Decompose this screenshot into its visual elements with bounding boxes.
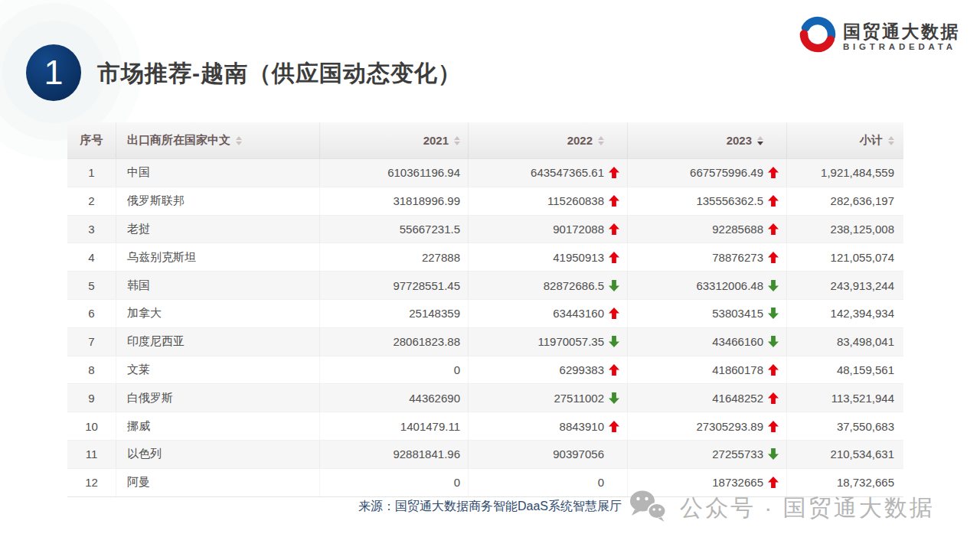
row-2023: 53803415 <box>628 300 787 327</box>
row-2022: 90397056 <box>469 441 628 468</box>
value-2021: 44362690 <box>409 392 460 405</box>
col-label: 2022 <box>567 134 593 147</box>
watermark: 公众号 · 国贸通大数据 <box>628 488 935 529</box>
row-2022: 27511002 <box>469 384 628 412</box>
row-2022: 41950913 <box>469 243 628 271</box>
table-row: 5 韩国 97728551.45 82872686.5 63312006.48 … <box>67 272 903 300</box>
value-2022: 63443160 <box>553 307 604 320</box>
value-2022: 27511002 <box>554 392 604 405</box>
value-2022: 0 <box>598 476 604 489</box>
col-header-2021[interactable]: 2021 <box>320 122 469 158</box>
value-2022: 41950913 <box>553 251 604 264</box>
trend-up-icon <box>768 477 779 488</box>
row-country: 文莱 <box>116 356 320 384</box>
supplier-table: 序号 出口商所在国家中文 2021 2022 2023 小计 <box>67 122 903 497</box>
table-row: 6 加拿大 25148359 63443160 53803415 142,394… <box>67 300 903 328</box>
value-2023: 135556362.5 <box>696 194 763 207</box>
value-2022: 90172088 <box>553 223 604 236</box>
trend-slot-2022 <box>604 336 624 347</box>
col-header-subtotal[interactable]: 小计 <box>787 122 903 158</box>
value-2021: 0 <box>454 476 460 489</box>
value-2023: 63312006.48 <box>696 279 763 292</box>
row-subtotal: 243,913,244 <box>787 272 903 299</box>
row-2023: 78876273 <box>628 243 787 271</box>
row-2022: 82872686.5 <box>469 272 628 299</box>
slide-number-badge: 1 <box>26 44 81 101</box>
trend-slot-2022 <box>604 308 624 319</box>
value-2021: 25148359 <box>409 307 460 320</box>
value-2021: 28061823.88 <box>393 335 460 348</box>
trend-slot-2023 <box>763 364 783 376</box>
trend-up-icon <box>609 364 619 376</box>
logo-subtitle: BIGTRADEDATA <box>843 42 960 51</box>
trend-down-icon <box>609 280 619 291</box>
trend-slot-2023 <box>763 392 783 404</box>
col-label: 2021 <box>423 134 449 147</box>
trend-slot-2023 <box>763 308 783 319</box>
row-2022: 11970057.35 <box>469 328 628 356</box>
sort-icon[interactable] <box>598 136 604 145</box>
slide-page: 1 市场推荐-越南（供应国动态变化） 国贸通大数据 BIGTRADEDATA 序… <box>0 0 980 550</box>
row-2023: 41860178 <box>628 356 787 384</box>
trend-up-icon <box>768 364 779 376</box>
table-body: 1 中国 610361196.94 643547365.61 667575996… <box>67 159 903 497</box>
row-subtotal: 83,498,041 <box>787 328 903 356</box>
row-2021: 55667231.5 <box>320 216 469 243</box>
trend-down-icon <box>768 308 779 319</box>
col-header-2023[interactable]: 2023 <box>628 122 787 158</box>
logo-name: 国贸通大数据 <box>843 21 960 41</box>
table-row: 4 乌兹别克斯坦 227888 41950913 78876273 121,05… <box>67 243 903 272</box>
col-header-country[interactable]: 出口商所在国家中文 <box>116 122 320 158</box>
value-2023: 53803415 <box>712 307 763 320</box>
value-2022: 82872686.5 <box>544 279 604 292</box>
bigtradedata-logo-icon <box>799 15 837 57</box>
row-2022: 90172088 <box>469 216 628 243</box>
value-2022: 115260838 <box>547 194 604 207</box>
col-label: 出口商所在国家中文 <box>127 133 230 148</box>
trend-slot-2023 <box>763 448 783 460</box>
sort-icon[interactable] <box>236 136 242 145</box>
trend-up-icon <box>609 167 619 178</box>
value-2021: 1401479.11 <box>400 420 460 433</box>
row-2023: 92285688 <box>628 216 787 243</box>
row-2021: 0 <box>320 356 469 384</box>
row-index: 12 <box>67 469 116 496</box>
value-2023: 27255733 <box>712 447 763 461</box>
value-2021: 0 <box>454 363 460 376</box>
sort-icon[interactable] <box>757 136 763 145</box>
sort-icon[interactable] <box>454 136 460 145</box>
trend-slot-2023 <box>763 477 783 488</box>
row-index: 8 <box>67 356 116 384</box>
trend-down-icon <box>609 336 619 347</box>
trend-up-icon <box>609 308 619 319</box>
trend-up-icon <box>609 223 619 235</box>
trend-slot-2023 <box>763 421 783 432</box>
trend-up-icon <box>768 167 779 178</box>
trend-up-icon <box>768 223 779 235</box>
value-2021: 92881841.96 <box>393 447 460 461</box>
table-row: 10 挪威 1401479.11 8843910 27305293.89 37,… <box>67 412 903 441</box>
trend-slot-2022 <box>604 421 624 432</box>
row-index: 4 <box>67 243 116 271</box>
row-subtotal: 142,394,934 <box>787 300 903 327</box>
value-2021: 610361196.94 <box>387 166 460 179</box>
row-country: 阿曼 <box>116 469 320 496</box>
value-2023: 43466160 <box>712 335 763 348</box>
row-index: 9 <box>67 384 116 412</box>
row-country: 韩国 <box>116 272 320 299</box>
page-title: 市场推荐-越南（供应国动态变化） <box>97 58 462 89</box>
row-country: 加拿大 <box>116 300 320 327</box>
value-2021: 31818996.99 <box>393 194 460 207</box>
row-subtotal: 238,125,008 <box>787 216 903 243</box>
table-row: 2 俄罗斯联邦 31818996.99 115260838 135556362.… <box>67 187 903 216</box>
table-header: 序号 出口商所在国家中文 2021 2022 2023 小计 <box>67 122 903 159</box>
row-index: 11 <box>67 441 116 468</box>
trend-slot-2022 <box>604 223 624 235</box>
row-country: 乌兹别克斯坦 <box>116 243 320 271</box>
col-header-2022[interactable]: 2022 <box>469 122 628 158</box>
sort-icon[interactable] <box>888 136 894 145</box>
trend-slot-2022 <box>604 364 624 376</box>
trend-slot-2023 <box>763 336 783 347</box>
row-subtotal: 121,055,074 <box>787 243 903 271</box>
row-country: 中国 <box>116 159 320 187</box>
